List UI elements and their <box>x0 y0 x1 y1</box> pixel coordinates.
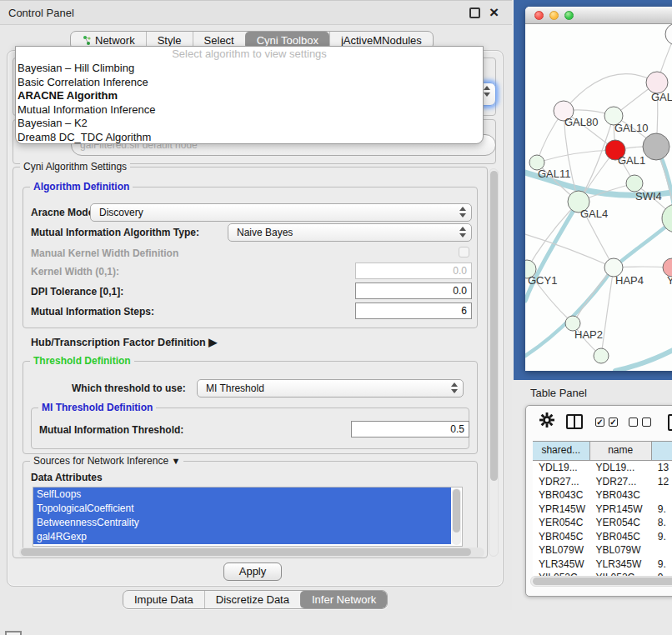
table-row[interactable]: YER054CYER054C8. <box>533 516 672 530</box>
settings-vertical-scrollbar[interactable] <box>489 168 499 557</box>
column-header[interactable]: shared... <box>533 442 590 460</box>
node-label: Y <box>667 274 672 287</box>
bottom-tabs: Impute DataDiscretize DataInfer Network <box>123 590 388 609</box>
column-header[interactable]: name <box>590 442 652 460</box>
apply-button[interactable]: Apply <box>223 562 282 581</box>
table-cell: YLR345W <box>533 558 590 572</box>
kernel-width-field[interactable]: 0.0 <box>355 262 472 279</box>
table-cell: YDR27... <box>590 475 652 489</box>
table-cell <box>652 488 672 502</box>
node-label: HAP4 <box>615 274 644 287</box>
table-row[interactable]: YBL079WYBL079W <box>533 543 672 558</box>
settings-vscroll-thumb[interactable] <box>490 171 498 481</box>
table-cell: 9. <box>652 502 672 517</box>
table-cell: YBR045C <box>533 530 590 544</box>
table-cell: YDR27... <box>533 475 590 489</box>
gear-icon[interactable] <box>539 412 554 428</box>
settings-group-title: Cyni Algorithm Settings <box>20 161 130 172</box>
table-row[interactable]: YBR045CYBR045C9. <box>533 530 672 544</box>
control-panel-titlebar: Control Panel × <box>0 1 512 25</box>
mi-type-combobox[interactable]: Naive Bayes <box>228 223 472 242</box>
sources-group-title[interactable]: Sources for Network Inference ▼ <box>30 455 183 467</box>
dropdown-item[interactable]: Bayesian – K2 <box>16 117 483 131</box>
tab-infer-network[interactable]: Infer Network <box>300 591 387 608</box>
deselect-checkbox-icon[interactable] <box>629 418 638 427</box>
table-cell: YER054C <box>590 516 652 530</box>
column-layout-icon[interactable] <box>566 414 583 429</box>
list-scrollbar[interactable] <box>452 488 461 545</box>
attribute-list-item[interactable]: TopologicalCoefficient <box>33 502 451 516</box>
table-cell: YDL19... <box>590 461 652 475</box>
attribute-list-item[interactable]: BetweennessCentrality <box>33 516 451 530</box>
settings-horizontal-scrollbar[interactable] <box>19 548 484 558</box>
select-all-checkbox-icon[interactable]: ✓ <box>609 418 618 427</box>
mi-type-label: Mutual Information Algorithm Type: <box>31 227 199 238</box>
dropdown-item[interactable]: ARACNE Algorithm <box>16 89 483 103</box>
float-window-icon[interactable] <box>469 8 480 18</box>
kernel-width-label: Kernel Width (0,1): <box>31 266 119 278</box>
table-cell: YPR145W <box>590 502 652 517</box>
select-all-checkbox-icon[interactable]: ✓ <box>595 418 604 427</box>
manual-kernel-checkbox[interactable] <box>459 247 469 258</box>
network-edge[interactable] <box>615 339 672 371</box>
node-label: GAL <box>651 91 672 103</box>
expand-right-icon: ▶ <box>208 336 217 348</box>
node-label: GAL4 <box>580 208 608 220</box>
table-hscroll-thumb[interactable] <box>533 578 672 585</box>
hub-definition-toggle[interactable]: Hub/Transcription Factor Definition ▶ <box>31 336 217 348</box>
which-threshold-combobox[interactable]: MI Threshold <box>197 379 464 398</box>
tab-discretize-data[interactable]: Discretize Data <box>204 591 300 608</box>
table-toolbar: ✓ ✓ <box>526 406 672 441</box>
tab-impute-data[interactable]: Impute Data <box>123 591 204 608</box>
table-horizontal-scrollbar[interactable] <box>530 576 672 587</box>
collapse-down-icon: ▼ <box>171 456 180 466</box>
settings-hscroll-thumb[interactable] <box>21 548 471 556</box>
table-cell: YBR043C <box>590 488 652 502</box>
attribute-list-item[interactable]: gal4RGexp <box>33 530 451 544</box>
zoom-traffic-light-icon[interactable] <box>564 11 574 20</box>
network-node[interactable] <box>665 24 672 45</box>
node-label: GAL11 <box>538 168 571 180</box>
network-graph: GALGAL80GAL10GAL1GAL11SWI4GAL4GCY1HAP4YH… <box>525 24 672 371</box>
aracne-mode-combobox[interactable]: Discovery <box>90 203 472 222</box>
network-node[interactable] <box>643 133 669 160</box>
mi-threshold-group-title: MI Threshold Definition <box>38 402 156 413</box>
mi-threshold-field[interactable]: 0.5 <box>351 421 469 438</box>
network-node[interactable] <box>594 348 609 363</box>
table-row[interactable]: YPR145WYPR145W9. <box>533 502 672 517</box>
data-attributes-list[interactable]: SelfLoopsTopologicalCoefficientBetweenne… <box>33 487 463 547</box>
dropdown-item[interactable]: Mutual Information Inference <box>16 103 483 118</box>
table-panel-title: Table Panel <box>530 387 587 399</box>
deselect-checkbox-icon[interactable] <box>642 418 651 427</box>
attribute-list-item[interactable]: SelfLoops <box>33 488 451 502</box>
dropdown-item[interactable]: Basic Correlation Inference <box>16 76 483 90</box>
network-canvas[interactable]: GALGAL80GAL10GAL1GAL11SWI4GAL4GCY1HAP4YH… <box>525 24 672 371</box>
network-node-swi4[interactable] <box>626 175 643 192</box>
dropdown-item[interactable]: Dream8 DC_TDC Algorithm <box>16 131 483 145</box>
threshold-definition-title: Threshold Definition <box>30 355 134 367</box>
network-edge[interactable] <box>564 74 657 111</box>
table-row[interactable]: YDR27...YDR27...12 <box>533 475 672 489</box>
data-attributes-label: Data Attributes <box>31 472 103 483</box>
collapsed-panel-icon[interactable] <box>5 631 22 635</box>
table-cell: 8. <box>652 516 672 530</box>
dpi-tolerance-field[interactable]: 0.0 <box>355 282 472 299</box>
table-mode-icon[interactable] <box>668 414 672 431</box>
dropdown-item[interactable]: Bayesian – Hill Climbing <box>16 62 483 76</box>
algorithm-definition-title: Algorithm Definition <box>30 181 133 192</box>
network-window-titlebar[interactable] <box>525 7 672 24</box>
column-header[interactable] <box>652 442 672 460</box>
table-cell: YER054C <box>533 516 590 530</box>
list-scrollbar-thumb[interactable] <box>453 489 460 532</box>
table-row[interactable]: YLR345WYLR345W9. <box>533 558 672 572</box>
minimize-traffic-light-icon[interactable] <box>549 11 559 20</box>
close-traffic-light-icon[interactable] <box>534 11 544 20</box>
network-edge[interactable] <box>537 150 615 162</box>
table-cell: YBR043C <box>533 488 590 502</box>
mi-steps-field[interactable]: 6 <box>355 302 472 319</box>
table-row[interactable]: YDL19...YDL19...13 <box>533 461 672 475</box>
table-row[interactable]: YBR043CYBR043C <box>533 488 672 502</box>
table-cell: YBL079W <box>533 543 590 558</box>
close-icon[interactable]: × <box>489 8 500 18</box>
which-threshold-label: Which threshold to use: <box>72 382 186 394</box>
